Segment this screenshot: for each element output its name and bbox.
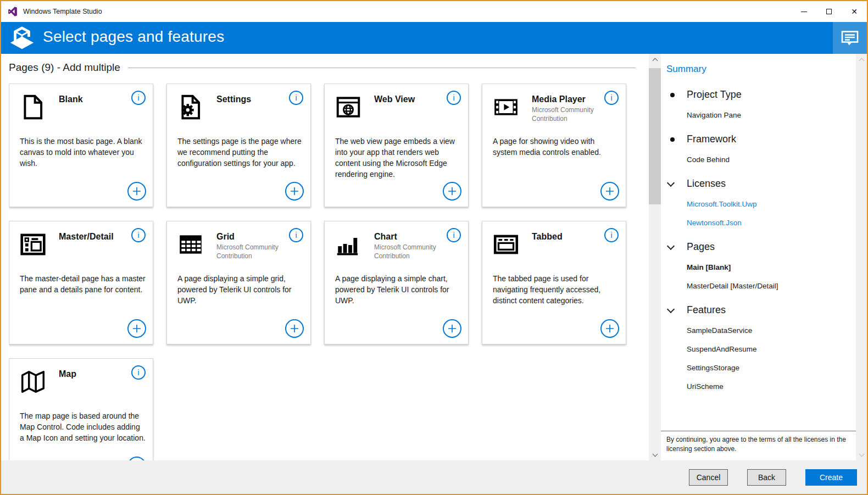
summary-section-project-type: Project Type Navigation Pane — [661, 89, 856, 119]
info-icon[interactable]: i — [131, 91, 146, 105]
summary-item-newtonsoft-json[interactable]: Newtonsoft.Json — [661, 219, 856, 227]
section-divider — [128, 68, 636, 68]
master-detail-icon — [19, 231, 47, 258]
window: Windows Template Studio ✕ Select pages a… — [0, 0, 868, 495]
summary-section-header: Framework — [661, 134, 856, 145]
summary-item-navigation-pane: Navigation Pane — [661, 111, 856, 119]
card-title: Web View — [374, 94, 444, 104]
card-head: Chart Microsoft Community Contribution — [374, 232, 444, 260]
summary-item-code-behind: Code Behind — [661, 155, 856, 164]
add-icon[interactable] — [285, 182, 304, 201]
summary-scrollbar[interactable] — [856, 54, 867, 460]
summary-item-urischeme: UriScheme — [661, 382, 856, 391]
info-icon[interactable]: i — [604, 228, 619, 242]
summary-section-header[interactable]: Licenses — [661, 178, 856, 190]
add-icon[interactable] — [443, 319, 461, 338]
scroll-up-icon — [652, 58, 658, 63]
info-icon[interactable]: i — [289, 228, 303, 242]
info-icon[interactable]: i — [131, 365, 146, 380]
add-icon[interactable] — [127, 182, 146, 201]
card-title: Tabbed — [532, 232, 602, 242]
chevron-down-icon[interactable] — [667, 305, 675, 313]
minimize-button[interactable] — [791, 1, 816, 22]
minimize-icon — [801, 12, 807, 12]
card-web-view[interactable]: Web View i The web view page embeds a vi… — [324, 84, 469, 207]
close-button[interactable]: ✕ — [842, 1, 867, 22]
card-head: Map — [59, 369, 129, 379]
info-icon[interactable]: i — [131, 228, 146, 242]
info-icon[interactable]: i — [604, 91, 619, 105]
card-description: The map page is based around the Map Con… — [20, 410, 146, 443]
summary-section-label: Pages — [687, 241, 715, 252]
scrollbar-thumb[interactable] — [649, 68, 661, 204]
add-icon[interactable] — [600, 182, 619, 201]
add-icon[interactable] — [443, 182, 461, 201]
add-icon[interactable] — [127, 457, 146, 460]
summary-section-label: Project Type — [687, 89, 742, 100]
summary-item-suspendandresume: SuspendAndResume — [661, 345, 856, 353]
summary-section-header[interactable]: Pages — [661, 241, 856, 253]
card-description: A page displaying a simple grid, powered… — [177, 273, 304, 306]
card-chart[interactable]: Chart Microsoft Community Contribution i… — [324, 221, 469, 344]
scroll-down-button[interactable] — [856, 449, 867, 460]
summary-section-licenses: Licenses Microsoft.Toolkit.UwpNewtonsoft… — [661, 178, 856, 227]
card-title: Grid — [216, 232, 286, 242]
card-head: Tabbed — [532, 232, 602, 242]
add-icon[interactable] — [285, 319, 304, 338]
scroll-up-button[interactable] — [856, 54, 867, 65]
card-head: Web View — [374, 94, 444, 104]
card-settings[interactable]: Settings i The settings page is the page… — [166, 84, 311, 207]
card-description: This is the most basic page. A blank can… — [20, 136, 146, 169]
maximize-button[interactable] — [816, 1, 842, 22]
card-title: Map — [59, 369, 129, 379]
card-head: Settings — [216, 94, 286, 104]
card-description: The master-detail page has a master pane… — [20, 273, 146, 295]
card-description: The settings page is the page where we r… — [177, 136, 304, 169]
info-icon[interactable]: i — [447, 228, 461, 242]
card-map[interactable]: Map i The map page is based around the M… — [9, 358, 153, 460]
info-icon[interactable]: i — [289, 91, 303, 105]
feedback-button[interactable] — [833, 22, 867, 54]
summary-item-microsoft-toolkit-uwp[interactable]: Microsoft.Toolkit.Uwp — [661, 200, 856, 208]
feedback-icon — [841, 30, 859, 46]
section-header: Pages (9) - Add multiple — [9, 62, 636, 74]
card-description: A page displaying a simple chart, powere… — [335, 273, 461, 306]
info-icon[interactable]: i — [447, 91, 461, 105]
settings-page-icon — [177, 93, 204, 121]
add-icon[interactable] — [127, 319, 146, 338]
card-grid[interactable]: Grid Microsoft Community Contribution i … — [166, 221, 311, 344]
bullet-icon — [670, 137, 675, 142]
card-description: The tabbed page is used for navigating f… — [493, 273, 619, 306]
chevron-down-icon[interactable] — [667, 242, 675, 249]
card-head: Blank — [59, 94, 129, 104]
scroll-down-icon — [652, 451, 658, 457]
chevron-down-icon[interactable] — [667, 179, 675, 186]
card-title: Master/Detail — [59, 232, 129, 242]
footer-buttons: Cancel Back Create — [689, 469, 857, 486]
window-controls: ✕ — [791, 1, 867, 22]
scroll-down-button[interactable] — [649, 449, 661, 460]
card-title: Settings — [216, 94, 286, 104]
summary-section-label: Features — [687, 304, 726, 315]
close-icon: ✕ — [851, 8, 858, 15]
card-blank[interactable]: Blank i This is the most basic page. A b… — [9, 84, 153, 207]
scroll-up-button[interactable] — [649, 54, 661, 65]
card-head: Grid Microsoft Community Contribution — [216, 232, 286, 260]
summary-item-settingsstorage: SettingsStorage — [661, 364, 856, 372]
page-title: Select pages and features — [43, 28, 224, 46]
card-tabbed[interactable]: Tabbed i The tabbed page is used for nav… — [482, 221, 626, 344]
summary-section-features: Features SampleDataServiceSuspendAndResu… — [661, 304, 856, 391]
summary-section-header[interactable]: Features — [661, 304, 856, 316]
card-master-detail[interactable]: Master/Detail i The master-detail page h… — [9, 221, 153, 344]
back-button[interactable]: Back — [747, 469, 786, 486]
add-icon[interactable] — [600, 319, 619, 338]
summary-title: Summary — [666, 64, 856, 75]
content-scrollbar[interactable] — [649, 54, 661, 460]
create-button[interactable]: Create — [805, 469, 857, 486]
cancel-button[interactable]: Cancel — [689, 469, 728, 486]
maximize-icon — [826, 9, 832, 14]
web-view-icon — [335, 93, 362, 121]
card-media-player[interactable]: Media Player Microsoft Community Contrib… — [482, 84, 626, 207]
card-subtitle: Microsoft Community Contribution — [216, 243, 286, 260]
map-icon — [19, 368, 47, 396]
